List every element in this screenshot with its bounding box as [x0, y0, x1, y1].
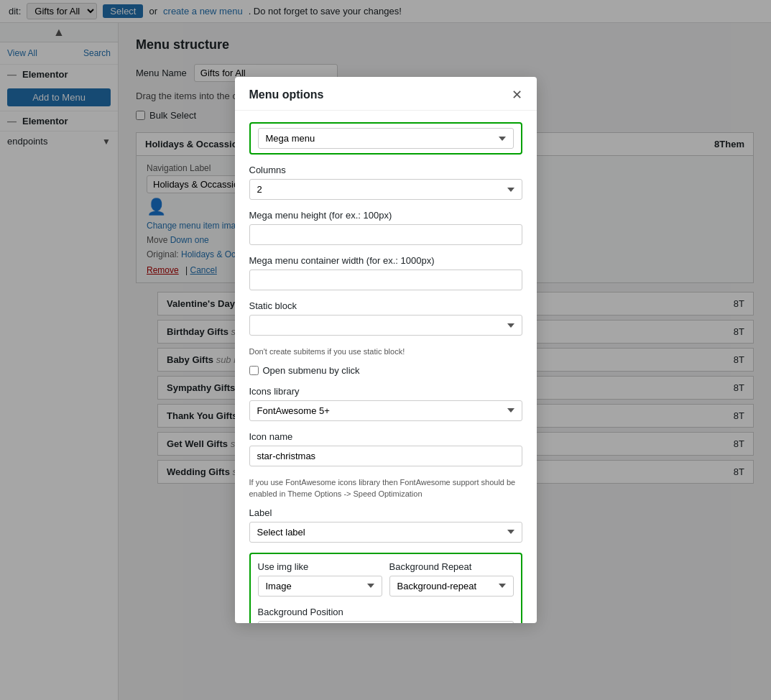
- open-submenu-checkbox[interactable]: [249, 366, 259, 375]
- use-img-bg-repeat-row: Use img like Image Background Repeat Bac…: [258, 561, 514, 607]
- use-img-like-label: Use img like: [258, 561, 382, 572]
- label-select[interactable]: Select label: [249, 522, 522, 543]
- label-label: Label: [249, 507, 522, 518]
- use-img-like-select[interactable]: Image: [258, 576, 382, 597]
- open-submenu-label: Open submenu by click: [263, 365, 360, 376]
- use-img-like-form-group: Use img like Image: [258, 561, 382, 597]
- bg-position-select[interactable]: Left Center: [258, 621, 514, 624]
- columns-select[interactable]: 2: [249, 179, 522, 200]
- mega-menu-select[interactable]: Mega menu: [258, 128, 514, 149]
- bg-repeat-select[interactable]: Background-repeat: [389, 576, 514, 597]
- no-subitems-hint: Don't create subitems if you use static …: [249, 346, 522, 358]
- modal-body: Mega menu Columns 2 Mega menu height (fo…: [235, 111, 537, 623]
- static-block-label: Static block: [249, 300, 522, 311]
- mega-menu-form-group: Mega menu: [258, 128, 514, 149]
- mega-width-label: Mega menu container width (for ex.: 1000…: [249, 255, 522, 266]
- label-form-group: Label Select label: [249, 507, 522, 543]
- bg-position-label: Background Position: [258, 607, 514, 617]
- icon-name-form-group: Icon name: [249, 431, 522, 466]
- mega-menu-group-highlighted: Mega menu: [249, 122, 522, 155]
- mega-width-input[interactable]: [249, 270, 522, 290]
- modal-overlay: Menu options ✕ Mega menu Columns 2: [0, 0, 771, 700]
- img-bg-highlighted-group: Use img like Image Background Repeat Bac…: [249, 553, 522, 624]
- columns-label: Columns: [249, 165, 522, 175]
- mega-height-input[interactable]: [249, 224, 522, 245]
- icons-library-label: Icons library: [249, 386, 522, 397]
- static-block-form-group: Static block: [249, 300, 522, 336]
- icon-name-input[interactable]: [249, 446, 522, 466]
- static-block-select[interactable]: [249, 315, 522, 336]
- modal-close-button[interactable]: ✕: [512, 88, 522, 101]
- icon-name-label: Icon name: [249, 431, 522, 442]
- open-submenu-row: Open submenu by click: [249, 365, 522, 376]
- icons-library-form-group: Icons library FontAwesome 5+: [249, 386, 522, 421]
- icon-hint: If you use FontAwesome icons library the…: [249, 476, 522, 500]
- mega-height-label: Mega menu height (for ex.: 100px): [249, 210, 522, 221]
- menu-options-modal: Menu options ✕ Mega menu Columns 2: [235, 77, 537, 623]
- columns-form-group: Columns 2: [249, 165, 522, 200]
- bg-repeat-form-group: Background Repeat Background-repeat: [389, 561, 514, 597]
- bg-repeat-label: Background Repeat: [389, 561, 514, 572]
- modal-header: Menu options ✕: [235, 77, 537, 111]
- modal-title: Menu options: [249, 88, 324, 101]
- icons-library-select[interactable]: FontAwesome 5+: [249, 400, 522, 421]
- mega-width-form-group: Mega menu container width (for ex.: 1000…: [249, 255, 522, 290]
- mega-height-form-group: Mega menu height (for ex.: 100px): [249, 210, 522, 245]
- bg-position-form-group: Background Position Left Center: [258, 607, 514, 624]
